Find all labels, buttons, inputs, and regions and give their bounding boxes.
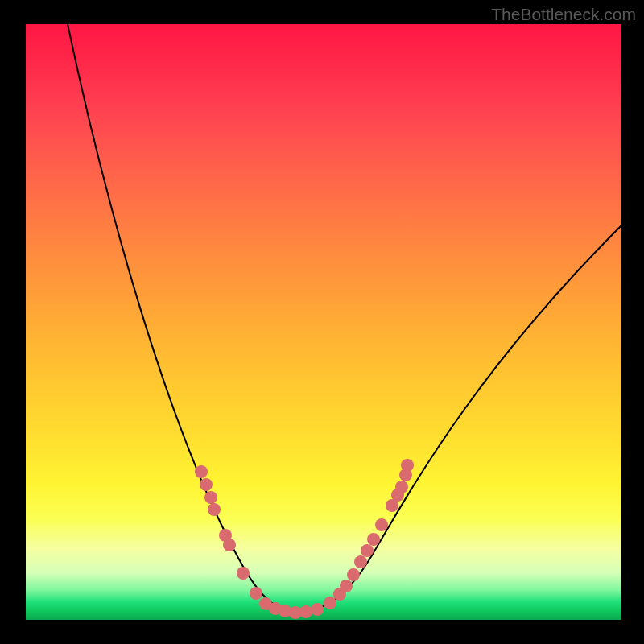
- data-point: [311, 603, 324, 616]
- chart-plot-area: [26, 24, 621, 620]
- data-point: [299, 605, 312, 618]
- data-point: [340, 580, 353, 592]
- data-point: [200, 478, 213, 491]
- data-point: [237, 567, 250, 580]
- data-point: [354, 555, 367, 568]
- data-point: [208, 503, 221, 516]
- data-point: [361, 544, 374, 557]
- data-point: [250, 587, 262, 600]
- data-point: [347, 568, 360, 581]
- bottleneck-curve: [68, 24, 621, 612]
- chart-svg: [26, 24, 621, 620]
- data-point: [375, 518, 388, 531]
- data-point: [223, 539, 236, 551]
- data-point: [367, 533, 380, 546]
- data-point: [195, 465, 208, 478]
- data-point: [204, 491, 217, 504]
- data-point: [324, 597, 336, 609]
- data-point: [395, 481, 408, 493]
- data-point: [401, 459, 414, 472]
- watermark-text: TheBottleneck.com: [491, 5, 636, 24]
